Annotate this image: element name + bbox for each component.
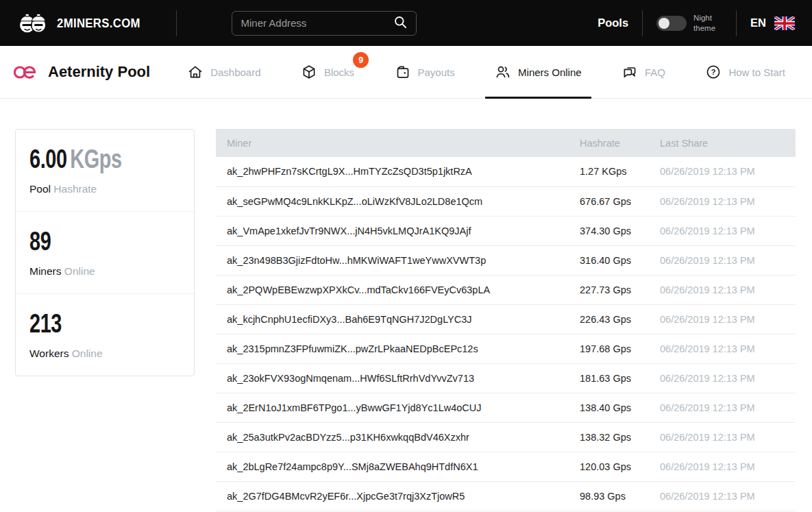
table-row[interactable]: ak_23okFVX93ogNmqenam...HWf6SLftRrhVdYvv… <box>216 363 796 393</box>
miner-address-link[interactable]: ak_2G7fDG4BMcvR2yEF6r...XjpcGe3t7rqj3XzT… <box>216 481 580 511</box>
miner-address-link[interactable]: ak_2315pmnZ3FPfuwmiZK...pwZrLPkaaNEDpBcE… <box>216 334 580 363</box>
table-row[interactable]: ak_kcjhCnphU1ecfiDXy3...Bah6E9TqNGH7J2Dg… <box>216 304 796 334</box>
nav-item-label: How to Start <box>728 66 785 78</box>
wallet-icon <box>395 64 411 80</box>
miner-address-link[interactable]: ak_25a3utkPv2acBDYzz5...p31KH6xwkqqBdV46… <box>216 422 580 452</box>
uk-flag-icon[interactable] <box>774 16 795 30</box>
topbar-right-group: Pools Night theme EN <box>598 10 795 36</box>
stat-label: Workers <box>29 348 69 359</box>
search-input[interactable] <box>241 17 393 29</box>
nav-item-miners-online[interactable]: Miners Online <box>485 46 591 98</box>
main-content: 6.00KGps Pool Hashrate 89 Miners Online … <box>0 99 812 511</box>
miner-address-link[interactable]: ak_2PQWpEBEwzwpXPXkCv...mdTaCkv166FVEyCv… <box>216 275 580 304</box>
column-header-miner: Miner <box>216 129 580 157</box>
workers-online-value: 213 <box>29 309 62 338</box>
nav-item-label: Blocks <box>324 66 354 78</box>
table-row[interactable]: ak_2bLgRe7f24ampc8p9Y...SMj8aZWEBAhq9HTd… <box>216 452 796 481</box>
toggle-knob-icon <box>659 18 669 29</box>
miner-address-link[interactable]: ak_kcjhCnphU1ecfiDXy3...Bah6E9TqNGH7J2Dg… <box>216 304 580 334</box>
topbar-divider <box>642 10 643 36</box>
miner-hashrate: 226.43 Gps <box>580 304 660 334</box>
miner-hashrate: 98.93 Gps <box>580 481 660 511</box>
pool-stats-card: 6.00KGps Pool Hashrate 89 Miners Online … <box>15 129 195 376</box>
miner-address-link[interactable]: ak_2ErN1oJ1xmBF6TPgo1...yBwwGF1Yjd8Yc1Lw… <box>216 393 580 422</box>
miner-hashrate: 1.27 KGps <box>580 157 660 186</box>
table-row[interactable]: ak_23n498B3GjizFdtoHw...hMKWiWAFT1weYwwX… <box>216 245 796 275</box>
nav-item-label: Payouts <box>418 66 455 78</box>
night-theme-label: Night theme <box>693 13 726 34</box>
nav-item-label: FAQ <box>645 66 665 78</box>
miner-last-share: 06/26/2019 12:13 PM <box>660 422 796 452</box>
nav-item-how-to-start[interactable]: ? How to Start <box>696 46 795 98</box>
miner-address-search[interactable] <box>232 11 417 36</box>
miner-hashrate: 374.30 Gps <box>580 216 660 245</box>
stat-miners-online: 89 Miners Online <box>16 211 194 293</box>
pool-hashrate-value: 6.00 <box>29 145 67 173</box>
question-icon: ? <box>705 64 722 80</box>
stat-sublabel: Online <box>72 348 103 359</box>
brand-title[interactable]: 2MINERS.COM <box>57 16 140 31</box>
nav-item-label: Dashboard <box>210 66 260 78</box>
miner-last-share: 06/26/2019 12:13 PM <box>660 245 796 275</box>
miner-address-link[interactable]: ak_2hwPHFzn7sKCrtgL9X...HmTYZcZsQD3t5p1j… <box>216 157 580 186</box>
miner-last-share: 06/26/2019 12:13 PM <box>660 157 796 186</box>
table-row[interactable]: ak_seGPwMQ4c9LnkKLKpZ...oLiWzKfV8JLo2LD8… <box>216 186 796 216</box>
topbar-divider <box>176 10 177 36</box>
page-title: Aeternity Pool <box>48 63 150 81</box>
miner-hashrate: 181.63 Gps <box>580 363 660 393</box>
miner-hashrate: 120.03 Gps <box>580 452 660 481</box>
miner-last-share: 06/26/2019 12:13 PM <box>660 481 796 511</box>
miner-hashrate: 197.68 Gps <box>580 334 660 363</box>
miners-table-body: ak_2hwPHFzn7sKCrtgL9X...HmTYZcZsQD3t5p1j… <box>216 157 796 511</box>
blocks-count-badge: 9 <box>353 52 369 68</box>
stat-sublabel: Online <box>64 265 95 277</box>
miner-last-share: 06/26/2019 12:13 PM <box>660 304 796 334</box>
miner-last-share: 06/26/2019 12:13 PM <box>660 275 796 304</box>
table-row[interactable]: ak_2hwPHFzn7sKCrtgL9X...HmTYZcZsQD3t5p1j… <box>216 157 796 186</box>
miner-last-share: 06/26/2019 12:13 PM <box>660 393 796 422</box>
column-header-hashrate: Hashrate <box>580 129 660 157</box>
miner-address-link[interactable]: ak_23okFVX93ogNmqenam...HWf6SLftRrhVdYvv… <box>216 363 580 393</box>
miner-last-share: 06/26/2019 12:13 PM <box>660 363 796 393</box>
people-icon <box>495 64 511 80</box>
stat-label: Miners <box>29 265 62 277</box>
stat-label: Pool <box>29 183 51 195</box>
stat-workers-online: 213 Workers Online <box>16 293 194 376</box>
svg-text:?: ? <box>711 68 716 76</box>
nav-items: Dashboard Blocks 9 Payouts <box>177 46 795 98</box>
language-selector[interactable]: EN <box>750 16 766 29</box>
miners-online-value: 89 <box>29 227 51 256</box>
miner-hashrate: 138.32 Gps <box>580 422 660 452</box>
pool-nav-bar: Aeternity Pool Dashboard Blocks 9 <box>0 46 812 99</box>
home-icon <box>187 64 204 80</box>
miner-address-link[interactable]: ak_seGPwMQ4c9LnkKLKpZ...oLiWzKfV8JLo2LD8… <box>216 186 580 216</box>
nav-item-faq[interactable]: FAQ <box>612 46 675 98</box>
aeternity-logo-icon <box>12 64 40 81</box>
miner-address-link[interactable]: ak_VmApe1xkefJvTr9NWX...jN4H5vkLMQJrA1KQ… <box>216 216 580 245</box>
search-icon[interactable] <box>393 14 408 32</box>
pools-link[interactable]: Pools <box>598 16 628 29</box>
nav-item-label: Miners Online <box>518 66 582 78</box>
table-row[interactable]: ak_2315pmnZ3FPfuwmiZK...pwZrLPkaaNEDpBcE… <box>216 334 796 363</box>
topbar-divider <box>736 10 737 36</box>
nav-item-blocks[interactable]: Blocks 9 <box>291 46 364 98</box>
miner-hashrate: 138.40 Gps <box>580 393 660 422</box>
chat-icon <box>622 64 638 80</box>
table-row[interactable]: ak_2ErN1oJ1xmBF6TPgo1...yBwwGF1Yjd8Yc1Lw… <box>216 393 796 422</box>
nav-item-payouts[interactable]: Payouts <box>385 46 465 98</box>
miner-last-share: 06/26/2019 12:13 PM <box>660 216 796 245</box>
top-bar: 2MINERS.COM Pools Night theme EN <box>0 0 812 46</box>
night-theme-toggle[interactable] <box>656 16 687 31</box>
table-row[interactable]: ak_25a3utkPv2acBDYzz5...p31KH6xwkqqBdV46… <box>216 422 796 452</box>
pool-hashrate-unit: KGps <box>70 145 122 173</box>
miner-hashrate: 227.73 Gps <box>580 275 660 304</box>
table-row[interactable]: ak_2PQWpEBEwzwpXPXkCv...mdTaCkv166FVEyCv… <box>216 275 796 304</box>
miner-address-link[interactable]: ak_2bLgRe7f24ampc8p9Y...SMj8aZWEBAhq9HTd… <box>216 452 580 481</box>
2miners-logo-icon[interactable] <box>17 12 49 34</box>
miner-address-link[interactable]: ak_23n498B3GjizFdtoHw...hMKWiWAFT1weYwwX… <box>216 245 580 275</box>
miners-online-table: Miner Hashrate Last Share ak_2hwPHFzn7sK… <box>216 129 796 511</box>
table-row[interactable]: ak_2G7fDG4BMcvR2yEF6r...XjpcGe3t7rqj3XzT… <box>216 481 796 511</box>
table-row[interactable]: ak_VmApe1xkefJvTr9NWX...jN4H5vkLMQJrA1KQ… <box>216 216 796 245</box>
nav-item-dashboard[interactable]: Dashboard <box>177 46 270 98</box>
table-header-row: Miner Hashrate Last Share <box>216 129 796 157</box>
